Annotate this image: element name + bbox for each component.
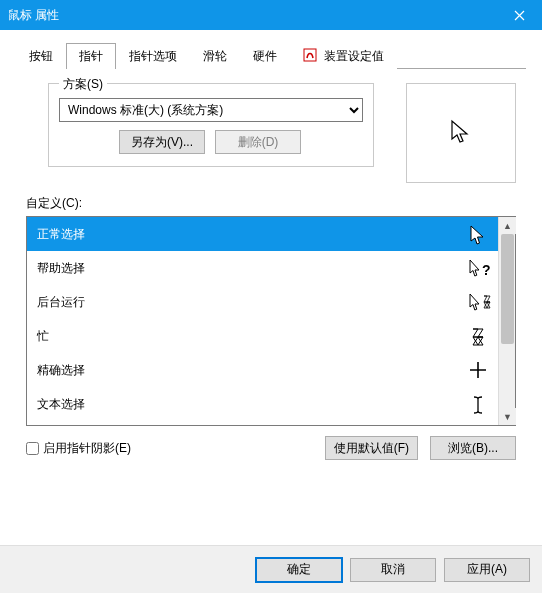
device-settings-icon [303, 48, 317, 65]
close-icon [514, 10, 525, 21]
use-default-button[interactable]: 使用默认值(F) [325, 436, 418, 460]
enable-shadow-checkbox[interactable]: 启用指针阴影(E) [26, 440, 313, 457]
tab-strip: 按钮 指针 指针选项 滑轮 硬件 装置设定值 [16, 42, 526, 69]
dialog-footer: 确定 取消 应用(A) [0, 545, 542, 593]
cursor-list[interactable]: 正常选择 帮助选择 ? 后台运行 忙 精确选择 文本选择 [26, 216, 516, 426]
crosshair-cursor-icon [468, 360, 488, 380]
list-item-busy[interactable]: 忙 [27, 319, 498, 353]
list-item-help-select[interactable]: 帮助选择 ? [27, 251, 498, 285]
scroll-up-button[interactable]: ▲ [499, 217, 516, 234]
scheme-group-label: 方案(S) [59, 76, 107, 93]
tab-wheel[interactable]: 滑轮 [190, 43, 240, 69]
help-cursor-icon: ? [468, 258, 488, 278]
enable-shadow-input[interactable] [26, 442, 39, 455]
list-item-background[interactable]: 后台运行 [27, 285, 498, 319]
apply-button[interactable]: 应用(A) [444, 558, 530, 582]
svg-rect-0 [304, 49, 316, 61]
ibeam-cursor-icon [468, 394, 488, 414]
list-item-precision[interactable]: 精确选择 [27, 353, 498, 387]
scroll-thumb[interactable] [501, 234, 514, 344]
ok-button[interactable]: 确定 [256, 558, 342, 582]
scroll-down-button[interactable]: ▼ [499, 408, 516, 425]
close-button[interactable] [497, 0, 542, 30]
browse-button[interactable]: 浏览(B)... [430, 436, 516, 460]
arrow-cursor-icon [449, 119, 473, 147]
title-bar: 鼠标 属性 [0, 0, 542, 30]
list-scrollbar[interactable]: ▲ ▼ [498, 217, 515, 425]
customize-label: 自定义(C): [26, 195, 538, 212]
svg-text:?: ? [482, 262, 491, 278]
background-cursor-icon [468, 292, 488, 312]
tab-hardware[interactable]: 硬件 [240, 43, 290, 69]
scheme-group: 方案(S) Windows 标准(大) (系统方案) 另存为(V)... 删除(… [48, 83, 374, 167]
tab-buttons[interactable]: 按钮 [16, 43, 66, 69]
delete-button: 删除(D) [215, 130, 301, 154]
list-item-normal-select[interactable]: 正常选择 [27, 217, 498, 251]
scheme-combo[interactable]: Windows 标准(大) (系统方案) [59, 98, 363, 122]
busy-cursor-icon [468, 326, 488, 346]
window-title: 鼠标 属性 [8, 7, 59, 24]
cursor-preview [406, 83, 516, 183]
tab-device-settings[interactable]: 装置设定值 [290, 43, 397, 69]
list-item-text-select[interactable]: 文本选择 [27, 387, 498, 421]
tab-pointers[interactable]: 指针 [66, 43, 116, 69]
arrow-cursor-icon [468, 224, 488, 244]
tab-pointer-options[interactable]: 指针选项 [116, 43, 190, 69]
save-as-button[interactable]: 另存为(V)... [119, 130, 205, 154]
cancel-button[interactable]: 取消 [350, 558, 436, 582]
